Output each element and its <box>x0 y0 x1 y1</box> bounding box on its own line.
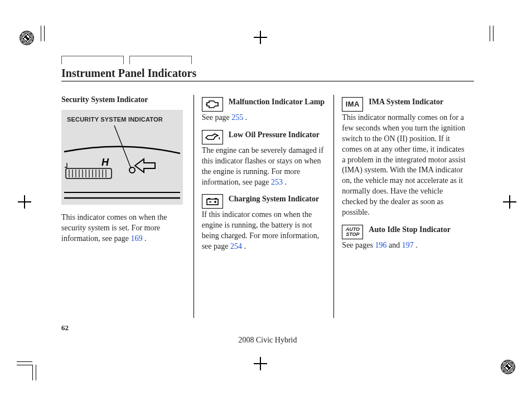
text: See pages <box>342 241 375 249</box>
registration-mark-icon <box>501 360 515 374</box>
text: . <box>242 242 246 250</box>
crop-mark-icon <box>490 26 505 41</box>
svg-text:H: H <box>101 157 109 168</box>
svg-rect-18 <box>215 198 217 199</box>
registration-cross-icon <box>254 357 267 370</box>
text: . <box>414 241 418 249</box>
title-rule <box>61 81 474 81</box>
auto-stop-icon: AUTO STOP <box>342 225 363 239</box>
model-year: 2008 Civic Hybrid <box>61 336 474 345</box>
registration-cross-icon <box>503 195 516 209</box>
registration-cross-icon <box>254 31 267 44</box>
mil-title: Malfunction Indicator Lamp <box>229 97 325 108</box>
text: and <box>386 241 402 249</box>
crop-mark-icon <box>17 357 32 373</box>
charge-title: Charging System Indicator <box>229 194 320 205</box>
page-content: Instrument Panel Indicators Security Sys… <box>61 56 474 318</box>
autostop-block: AUTO STOP Auto Idle Stop Indicator See p… <box>342 225 466 251</box>
page-footer: 62 2008 Civic Hybrid <box>61 323 474 332</box>
charge-body: If this indicator comes on when the engi… <box>202 210 326 252</box>
security-body: This indicator comes on when the securit… <box>61 213 186 244</box>
column-ima: IMA IMA System Indicator This indicator … <box>333 95 474 318</box>
page-link-253[interactable]: 253 <box>271 178 283 186</box>
page-number: 62 <box>61 323 69 332</box>
svg-rect-17 <box>208 198 210 199</box>
oil-block: Low Oil Pressure Indicator The engine ca… <box>202 130 326 188</box>
text: See page <box>202 113 232 122</box>
page-title: Instrument Panel Indicators <box>61 67 474 80</box>
mil-block: Malfunction Indicator Lamp See page 255 … <box>202 97 326 123</box>
auto-stop-line2: STOP <box>346 232 359 237</box>
text: If this indicator comes on when the engi… <box>202 210 319 250</box>
mil-body: See page 255 . <box>202 113 326 123</box>
columns: Security System Indicator SECURITY SYSTE… <box>61 95 474 318</box>
page-link-196[interactable]: 196 <box>375 241 386 249</box>
ima-body: This indicator normally comes on for a f… <box>342 113 466 218</box>
page-link-169[interactable]: 169 <box>130 234 142 243</box>
oil-body: The engine can be severely damaged if th… <box>202 146 326 188</box>
crop-mark-icon <box>36 26 52 41</box>
charge-block: Charging System Indicator If this indica… <box>202 194 326 252</box>
text: This indicator comes on when the securit… <box>61 213 167 243</box>
header-tabs <box>61 56 474 66</box>
registration-cross-icon <box>18 195 31 209</box>
column-engine-indicators: Malfunction Indicator Lamp See page 255 … <box>194 95 334 318</box>
text: . <box>142 234 146 243</box>
dashboard-illustration-icon: H <box>61 110 183 205</box>
text: The engine can be severely damaged if th… <box>202 146 323 186</box>
column-security: Security System Indicator SECURITY SYSTE… <box>61 95 194 318</box>
ima-title: IMA System Indicator <box>369 97 443 108</box>
security-indicator-figure: SECURITY SYSTEM INDICATOR H <box>61 110 183 205</box>
text: . <box>283 178 287 186</box>
ima-block: IMA IMA System Indicator This indicator … <box>342 97 466 218</box>
tab-placeholder <box>61 56 124 64</box>
text: . <box>243 113 247 122</box>
oil-title: Low Oil Pressure Indicator <box>229 130 320 141</box>
registration-mark-icon <box>20 31 34 45</box>
page-link-197[interactable]: 197 <box>402 241 414 249</box>
security-heading: Security System Indicator <box>61 95 186 105</box>
check-engine-icon <box>202 97 223 112</box>
page-link-254[interactable]: 254 <box>230 242 242 250</box>
svg-point-15 <box>129 167 135 173</box>
battery-icon <box>202 194 223 209</box>
autostop-title: Auto Idle Stop Indicator <box>369 225 451 235</box>
page-link-255[interactable]: 255 <box>231 113 243 122</box>
ima-icon: IMA <box>342 97 363 112</box>
tab-placeholder <box>129 56 192 64</box>
autostop-body: See pages 196 and 197 . <box>342 240 466 251</box>
oil-can-icon <box>202 130 223 144</box>
